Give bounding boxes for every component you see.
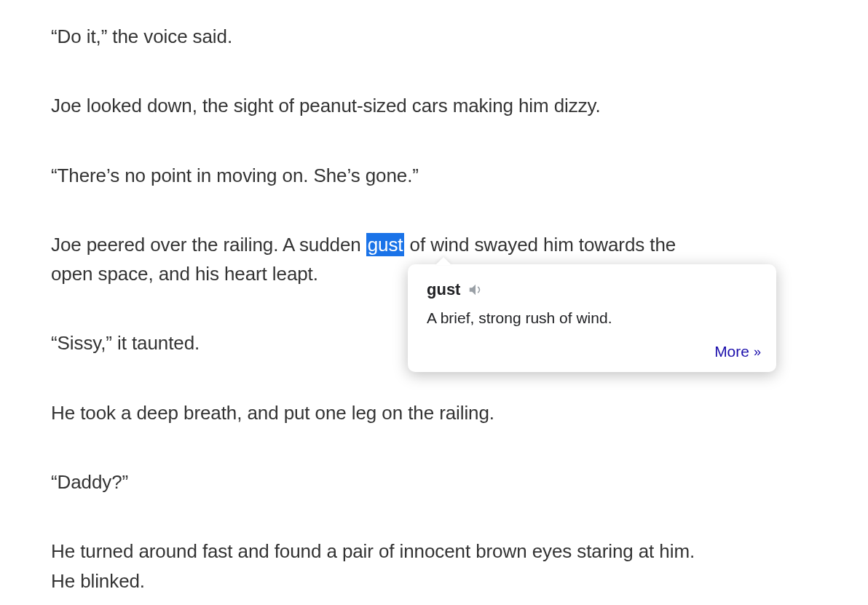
- paragraph: He turned around fast and found a pair o…: [51, 537, 714, 596]
- paragraph: He took a deep breath, and put one leg o…: [51, 398, 714, 427]
- speaker-icon[interactable]: [467, 282, 484, 298]
- paragraph: Joe looked down, the sight of peanut-siz…: [51, 91, 714, 120]
- more-link[interactable]: More »: [714, 343, 757, 360]
- paragraph: “Daddy?”: [51, 467, 714, 497]
- tooltip-word: gust: [427, 280, 460, 299]
- tooltip-header: gust: [427, 280, 757, 299]
- paragraph: “There’s no point in moving on. She’s go…: [51, 161, 714, 190]
- paragraph: “Do it,” the voice said.: [51, 22, 714, 51]
- more-link-label: More: [714, 343, 749, 360]
- dictionary-tooltip: gust A brief, strong rush of wind. More …: [408, 264, 776, 372]
- highlighted-word[interactable]: gust: [366, 233, 405, 256]
- chevron-right-icon: »: [754, 344, 757, 360]
- tooltip-definition: A brief, strong rush of wind.: [427, 309, 757, 327]
- tooltip-footer: More »: [427, 343, 757, 360]
- text-fragment: Joe peered over the railing. A sudden: [51, 234, 366, 256]
